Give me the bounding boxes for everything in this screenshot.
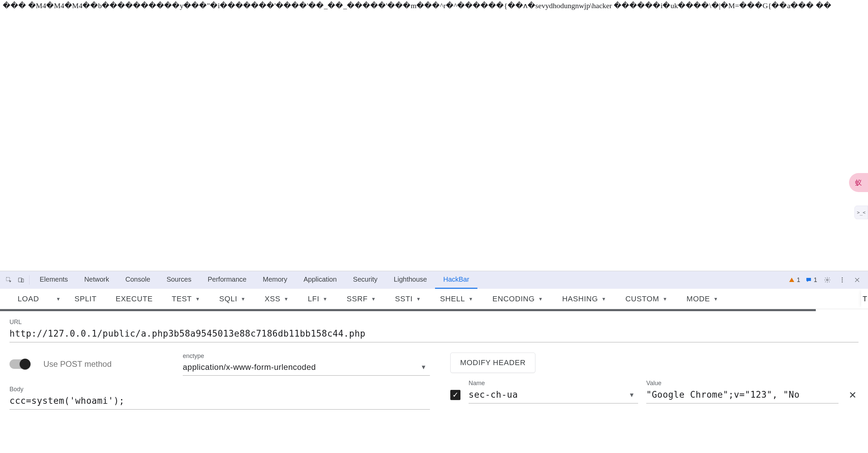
hackbar-btn-split[interactable]: SPLIT xyxy=(65,289,106,309)
chevron-down-icon: ▼ xyxy=(195,296,200,302)
hackbar-btn-mode[interactable]: MODE▼ xyxy=(677,289,728,309)
header-enabled-checkbox[interactable]: ✓ xyxy=(450,390,460,400)
more-icon[interactable] xyxy=(836,274,848,286)
hackbar-btn-ssrf[interactable]: SSRF▼ xyxy=(337,289,386,309)
header-name-label: Name xyxy=(469,380,638,387)
devtools-panel: ElementsNetworkConsoleSourcesPerformance… xyxy=(0,271,868,417)
hackbar-btn-xss[interactable]: XSS▼ xyxy=(255,289,298,309)
device-toggle-icon[interactable] xyxy=(15,274,27,286)
devtools-tabbar: ElementsNetworkConsoleSourcesPerformance… xyxy=(0,271,868,289)
hackbar-btn-encoding[interactable]: ENCODING▼ xyxy=(483,289,553,309)
devtools-tab-performance[interactable]: Performance xyxy=(200,271,255,289)
use-post-toggle[interactable] xyxy=(9,359,30,369)
chevron-down-icon: ▼ xyxy=(469,296,474,302)
hackbar-btn-hashing[interactable]: HASHING▼ xyxy=(553,289,616,309)
chevron-down-icon: ▼ xyxy=(371,296,376,302)
remove-header-icon[interactable]: ✕ xyxy=(847,390,859,401)
svg-point-6 xyxy=(842,281,843,282)
devtools-tab-application[interactable]: Application xyxy=(295,271,345,289)
toolbar-overflow-char: T xyxy=(863,295,867,303)
devtools-tab-memory[interactable]: Memory xyxy=(255,271,295,289)
divider xyxy=(29,275,29,285)
chevron-down-icon: ▼ xyxy=(56,296,61,302)
warnings-badge[interactable]: 1 xyxy=(787,276,802,284)
side-widget-icon: >_< xyxy=(857,210,865,215)
chevron-down-icon: ▼ xyxy=(601,296,607,302)
devtools-tab-security[interactable]: Security xyxy=(345,271,386,289)
toolbar-overflow[interactable]: T xyxy=(861,289,868,309)
warnings-count: 1 xyxy=(797,277,800,284)
hackbar-btn-label: CUSTOM xyxy=(625,295,659,303)
hackbar-btn-label: LFI xyxy=(308,295,319,303)
devtools-tab-hackbar[interactable]: HackBar xyxy=(435,271,477,289)
chevron-down-icon: ▼ xyxy=(416,296,421,302)
hackbar-btn-label: LOAD xyxy=(18,295,39,303)
chevron-down-icon: ▼ xyxy=(323,296,328,302)
hackbar-btn-lfi[interactable]: LFI▼ xyxy=(298,289,337,309)
hackbar-btn-execute[interactable]: EXECUTE xyxy=(106,289,162,309)
hackbar-btn-ssti[interactable]: SSTI▼ xyxy=(386,289,431,309)
hackbar-btn-label: HASHING xyxy=(562,295,598,303)
devtools-tab-sources[interactable]: Sources xyxy=(158,271,199,289)
inspect-element-icon[interactable] xyxy=(3,274,15,286)
hackbar-btn-label: SPLIT xyxy=(75,295,97,303)
hackbar-btn-label: XSS xyxy=(265,295,280,303)
assistant-bubble[interactable]: 蚁 xyxy=(849,173,868,192)
messages-badge[interactable]: 1 xyxy=(804,276,818,284)
hackbar-load-dropdown[interactable]: ▼ xyxy=(48,289,65,309)
url-label: URL xyxy=(9,319,859,326)
svg-point-5 xyxy=(842,279,843,280)
messages-count: 1 xyxy=(814,277,817,284)
hackbar-btn-label: SSRF xyxy=(347,295,368,303)
header-name-input[interactable] xyxy=(469,388,638,403)
settings-icon[interactable] xyxy=(821,274,833,286)
chevron-down-icon: ▼ xyxy=(241,296,246,302)
hackbar-btn-label: ENCODING xyxy=(492,295,535,303)
hackbar-btn-test[interactable]: TEST▼ xyxy=(162,289,210,309)
hackbar-btn-shell[interactable]: SHELL▼ xyxy=(431,289,483,309)
hackbar-btn-custom[interactable]: CUSTOM▼ xyxy=(616,289,677,309)
header-value-input[interactable] xyxy=(646,388,839,403)
enctype-label: enctype xyxy=(183,353,430,360)
chevron-down-icon[interactable]: ▼ xyxy=(629,392,635,399)
header-value-label: Value xyxy=(646,380,839,387)
devtools-tab-lighthouse[interactable]: Lighthouse xyxy=(386,271,435,289)
hackbar-btn-load[interactable]: LOAD xyxy=(8,289,48,309)
use-post-label: Use POST method xyxy=(43,359,112,369)
hackbar-btn-label: SSTI xyxy=(395,295,413,303)
hackbar-btn-label: EXECUTE xyxy=(116,295,153,303)
enctype-select[interactable] xyxy=(183,360,430,376)
chevron-down-icon: ▼ xyxy=(663,296,668,302)
hackbar-btn-label: SHELL xyxy=(440,295,465,303)
page-garbage-text: ��� �M4�M4�M4��b����������y���"�i�������… xyxy=(0,0,868,12)
hackbar-btn-label: SQLI xyxy=(219,295,237,303)
url-input[interactable] xyxy=(9,326,859,342)
chevron-down-icon: ▼ xyxy=(713,296,718,302)
svg-point-3 xyxy=(827,279,828,281)
close-devtools-icon[interactable] xyxy=(851,274,863,286)
assistant-bubble-icon: 蚁 xyxy=(855,178,862,187)
hackbar-btn-label: MODE xyxy=(687,295,710,303)
body-label: Body xyxy=(9,386,430,393)
body-input[interactable] xyxy=(9,394,430,410)
hackbar-btn-sqli[interactable]: SQLI▼ xyxy=(210,289,255,309)
devtools-tab-network[interactable]: Network xyxy=(76,271,117,289)
hackbar-btn-label: TEST xyxy=(172,295,192,303)
chevron-down-icon: ▼ xyxy=(538,296,543,302)
devtools-tab-elements[interactable]: Elements xyxy=(32,271,76,289)
svg-point-4 xyxy=(842,278,843,279)
modify-header-button[interactable]: MODIFY HEADER xyxy=(450,353,535,373)
chevron-down-icon: ▼ xyxy=(284,296,289,302)
hackbar-toolbar: LOAD▼SPLITEXECUTETEST▼SQLI▼XSS▼LFI▼SSRF▼… xyxy=(0,289,868,309)
hackbar-panel: URL Use POST method enctype ▼ Body xyxy=(0,311,868,417)
chevron-down-icon[interactable]: ▼ xyxy=(420,364,427,371)
devtools-tab-console[interactable]: Console xyxy=(117,271,158,289)
side-widget[interactable]: >_< xyxy=(854,206,868,219)
